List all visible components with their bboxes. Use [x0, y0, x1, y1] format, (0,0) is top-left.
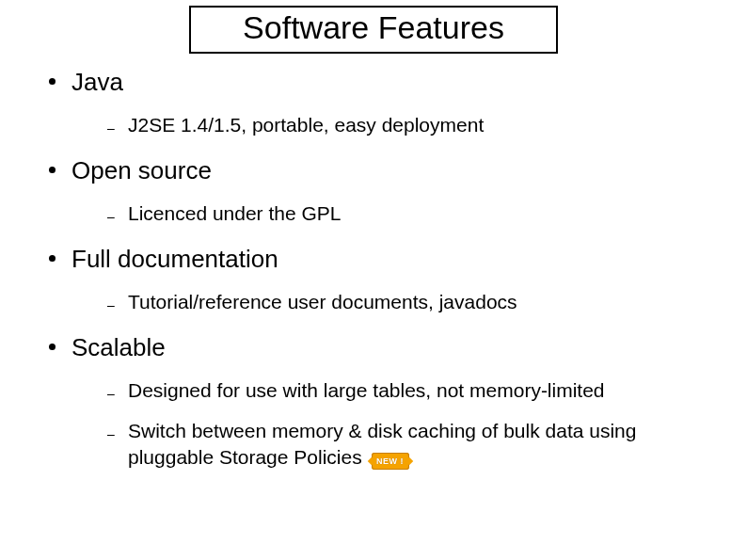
list-item: Java – J2SE 1.4/1.5, portable, easy depl…	[72, 67, 719, 138]
dash-icon: –	[107, 387, 115, 400]
slide-title: Software Features	[189, 6, 558, 54]
list-item: Open source – Licenced under the GPL	[72, 155, 719, 227]
sub-list: – Designed for use with large tables, no…	[72, 377, 719, 472]
feature-label: Full documentation	[72, 245, 278, 273]
dash-icon: –	[107, 121, 115, 135]
list-item: Full documentation – Tutorial/reference …	[72, 244, 719, 315]
feature-list: Java – J2SE 1.4/1.5, portable, easy depl…	[28, 67, 719, 472]
sub-list-item: – Licenced under the GPL	[128, 200, 719, 227]
sub-label: Licenced under the GPL	[128, 202, 342, 224]
sub-list-item: – Designed for use with large tables, no…	[128, 377, 719, 404]
sub-label: Tutorial/reference user documents, javad…	[128, 291, 517, 312]
sub-list: – Tutorial/reference user documents, jav…	[72, 289, 719, 315]
slide: Software Features Java – J2SE 1.4/1.5, p…	[0, 0, 747, 560]
feature-label: Java	[72, 68, 123, 96]
sub-label: Designed for use with large tables, not …	[128, 379, 605, 401]
feature-label: Open source	[72, 156, 212, 184]
bullet-icon	[49, 255, 56, 262]
new-badge-icon: NEW !	[372, 444, 409, 471]
bullet-icon	[49, 344, 56, 350]
feature-label: Scalable	[72, 333, 166, 361]
list-item: Scalable – Designed for use with large t…	[72, 332, 719, 472]
bullet-icon	[49, 167, 56, 173]
sub-label: J2SE 1.4/1.5, portable, easy deployment	[128, 114, 484, 136]
sub-list-item: – Switch between memory & disk caching o…	[128, 418, 719, 472]
sub-list-item: – J2SE 1.4/1.5, portable, easy deploymen…	[128, 112, 719, 138]
sub-label: Switch between memory & disk caching of …	[128, 420, 636, 468]
new-badge-text: NEW !	[376, 456, 404, 467]
bullet-icon	[49, 78, 56, 85]
dash-icon: –	[107, 427, 115, 440]
dash-icon: –	[107, 210, 115, 223]
sub-list: – Licenced under the GPL	[72, 200, 719, 227]
sub-list-item: – Tutorial/reference user documents, jav…	[128, 289, 719, 315]
dash-icon: –	[107, 298, 115, 312]
sub-list: – J2SE 1.4/1.5, portable, easy deploymen…	[72, 112, 719, 138]
